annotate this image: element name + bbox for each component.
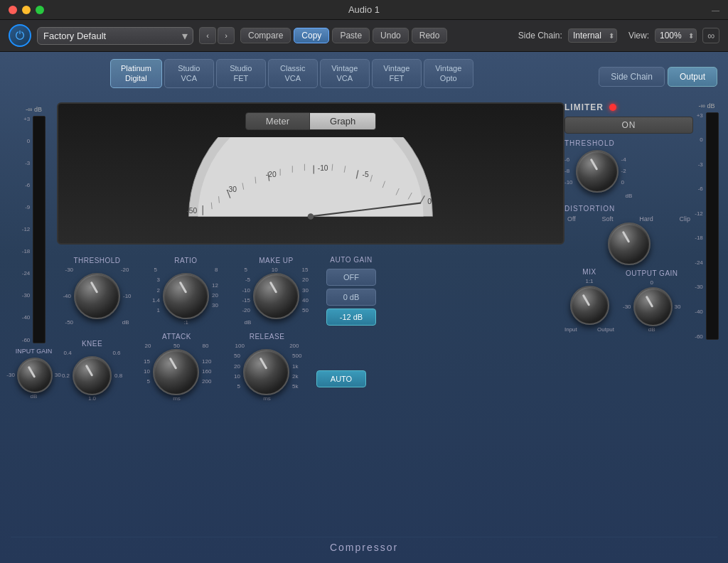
view-label: View: — [628, 31, 649, 41]
left-tick-n24: -24 — [22, 270, 31, 277]
compare-button[interactable]: Compare — [240, 28, 291, 43]
tab-vintage-vca[interactable]: VintageVCA — [320, 59, 370, 88]
ratio-top-l: 5 — [154, 267, 157, 273]
dist-hard: Hard — [639, 215, 653, 222]
ratio-top-r: 8 — [215, 267, 218, 273]
auto-gain-0db-btn[interactable]: 0 dB — [326, 289, 376, 306]
thr-top-r: -20 — [121, 267, 129, 273]
redo-button[interactable]: Redo — [412, 28, 448, 43]
knee-scale-bot: 1.0 — [64, 395, 121, 402]
rel-right: 5001k2k5k — [292, 351, 308, 392]
paste-button[interactable]: Paste — [332, 28, 370, 43]
nav-next-btn[interactable]: › — [218, 27, 235, 44]
ratio-left: 321.41 — [146, 275, 160, 316]
release-knob[interactable] — [243, 349, 289, 395]
auto-gain-off-btn[interactable]: OFF — [326, 269, 376, 286]
output-gain-mid: -30 30 — [623, 287, 680, 326]
limiter-on-btn[interactable]: ON — [564, 117, 693, 134]
power-button[interactable] — [9, 24, 31, 47]
side-chain-tab[interactable]: Side Chain — [599, 67, 665, 87]
svg-text:0: 0 — [427, 198, 432, 205]
output-gain-label: OUTPUT GAIN — [626, 269, 678, 277]
limiter-header: LIMITER — [564, 102, 693, 112]
threshold-scale-bot: -50 dB — [65, 319, 129, 326]
mu-top-l: 5 — [245, 267, 247, 273]
tab-platinum-digital[interactable]: PlatinumDigital — [110, 59, 162, 88]
right-tick-n3: -3 — [695, 161, 703, 168]
tab-studio-vca[interactable]: StudioVCA — [164, 59, 214, 88]
makeup-mid: -5-10-15-20 20304050 — [235, 273, 318, 319]
threshold-label: THRESHOLD — [73, 257, 120, 264]
minimize-right-btn[interactable]: — — [712, 6, 719, 14]
tab-studio-fet[interactable]: StudioFET — [216, 59, 266, 88]
view-group: View: 100% ∞ — [628, 28, 719, 43]
view-select[interactable]: 100% — [655, 28, 697, 43]
undo-button[interactable]: Undo — [373, 28, 409, 43]
auto-gain-12db-btn[interactable]: -12 dB — [326, 309, 376, 326]
threshold-right-knob[interactable] — [576, 150, 619, 193]
right-vu-column: -∞ dB +3 0 -3 -6 -12 -18 -24 -30 -40 -60 — [696, 102, 717, 537]
meter-tab[interactable]: Meter — [245, 112, 310, 130]
svg-text:-5: -5 — [363, 170, 369, 178]
threshold-right-area: -6 -8 -10 -4 -2 0 — [564, 150, 693, 193]
right-tick-0: 0 — [695, 136, 703, 143]
side-chain-select-wrapper: Internal — [568, 28, 617, 43]
ratio-right: 122030 — [212, 281, 226, 311]
knee-knob[interactable] — [73, 356, 112, 395]
close-btn[interactable] — [9, 6, 17, 14]
atk-top-m: 50 — [173, 343, 180, 349]
side-chain-select[interactable]: Internal — [568, 28, 617, 43]
attack-knob[interactable] — [153, 349, 199, 395]
tab-vintage-fet[interactable]: VintageFET — [372, 59, 422, 88]
release-mid: 5020105 5001k2k5k — [226, 349, 308, 395]
window-title: Audio 1 — [348, 4, 380, 15]
knee-scale-top: 0.4 0.6 — [64, 350, 121, 356]
nav-prev-btn[interactable]: ‹ — [199, 27, 216, 44]
release-auto-btn[interactable]: AUTO — [316, 370, 366, 387]
tab-classic-vca[interactable]: ClassicVCA — [268, 59, 318, 88]
attack-knob-group: ATTACK 20 50 80 15105 120160200 ms — [136, 333, 218, 402]
thr-r-r3: 0 — [621, 177, 626, 188]
left-tick-n6: -6 — [22, 182, 31, 188]
input-gain-knob[interactable] — [17, 358, 53, 393]
threshold-knob[interactable] — [74, 273, 120, 319]
right-tick-n18: -18 — [695, 235, 703, 241]
tab-vintage-opto[interactable]: VintageOpto — [424, 59, 473, 88]
svg-text:-50: -50 — [186, 207, 197, 215]
rel-top-l: 100 — [235, 343, 245, 349]
left-vu-meter: +3 0 -3 -6 -9 -12 -18 -24 -30 -40 -60 — [22, 116, 46, 343]
plugin-footer: Compressor — [11, 537, 717, 556]
output-tab[interactable]: Output — [668, 67, 717, 87]
preset-select[interactable]: Factory Default — [37, 27, 193, 45]
mu-left: -5-10-15-20 — [235, 275, 250, 316]
output-gain-unit: dB — [648, 326, 655, 333]
knee-top-l: 0.4 — [64, 350, 72, 356]
mix-out: Output — [597, 326, 614, 333]
left-tick-n12: -12 — [22, 226, 31, 232]
left-tick-n18: -18 — [22, 248, 31, 254]
release-auto-group: AUTO — [316, 370, 366, 402]
link-button[interactable]: ∞ — [702, 28, 719, 43]
mu-top-m: 10 — [272, 267, 278, 273]
makeup-knob[interactable] — [253, 273, 299, 319]
mix-knob[interactable] — [570, 286, 609, 325]
output-gain-knob[interactable] — [633, 287, 673, 326]
left-tick-n3: -3 — [22, 160, 31, 166]
mix-scale-top: 1:1 — [585, 278, 593, 284]
right-tick-n30: -30 — [695, 284, 703, 290]
threshold-right-section: THRESHOLD -6 -8 -10 -4 -2 0 — [564, 139, 693, 199]
knee-right: 0.8 — [114, 372, 127, 379]
ratio-knob[interactable] — [163, 273, 209, 319]
attack-scale-top: 20 50 80 — [145, 343, 209, 349]
minimize-btn[interactable] — [22, 6, 31, 14]
thr-bot-r: dB — [122, 319, 129, 326]
graph-tab[interactable]: Graph — [310, 112, 376, 130]
thr-left: -40 — [57, 293, 71, 299]
threshold-right-scale-right: -4 -2 0 — [621, 154, 626, 188]
fullscreen-btn[interactable] — [36, 6, 44, 14]
dist-off: Off — [567, 215, 576, 222]
copy-button[interactable]: Copy — [294, 28, 329, 43]
distortion-knob[interactable] — [608, 222, 651, 265]
threshold-knob-group: THRESHOLD -30 -20 -40 -10 -50 dB — [57, 257, 137, 326]
rel-top-r: 200 — [289, 343, 299, 349]
